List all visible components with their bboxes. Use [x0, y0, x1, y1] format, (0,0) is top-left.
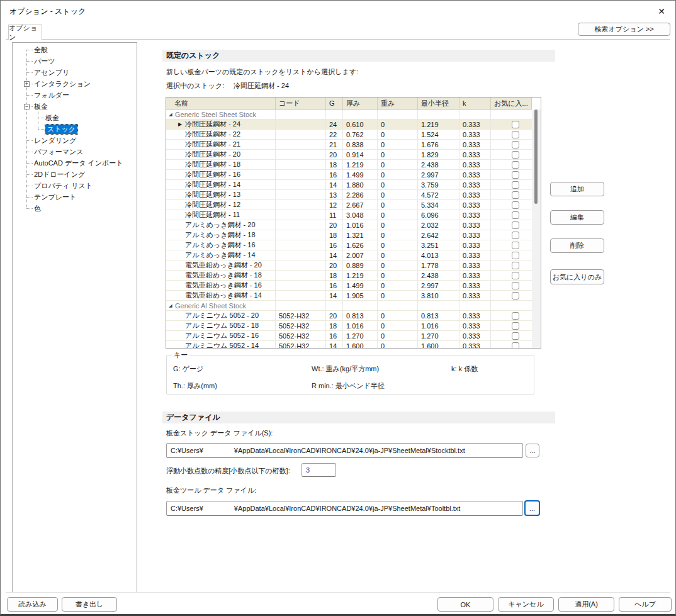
stock-table-row[interactable]: アルミニウム 5052 - 145052-H32141.60001.6000.3…	[166, 341, 532, 349]
sidebar-item-パフォーマンス[interactable]: パフォーマンス	[13, 146, 137, 157]
stock-table-row[interactable]: アルミニウム 5052 - 165052-H32161.27001.2700.3…	[166, 331, 532, 341]
favorites-only-button[interactable]: お気に入りのみ	[550, 269, 604, 284]
group-expanded-icon[interactable]: ◢	[166, 112, 175, 117]
delete-button[interactable]: 削除	[550, 238, 604, 253]
favorite-checkbox[interactable]	[512, 332, 519, 340]
stock-table-row[interactable]: 電気亜鉛めっき鋼材 - 18181.21902.4380.333	[166, 271, 532, 281]
stock-table-row[interactable]: アルミめっき鋼材 - 20201.01602.0320.333	[166, 220, 532, 230]
import-button[interactable]: 読み込み	[7, 597, 58, 612]
favorite-checkbox[interactable]	[512, 342, 519, 349]
favorite-checkbox[interactable]	[512, 292, 519, 300]
stock-table-row[interactable]: 冷間圧延鋼材 - 14141.88003.7590.333	[166, 180, 532, 190]
stock-favorite-cell	[491, 160, 532, 169]
column-header[interactable]: お気に入...	[491, 98, 532, 109]
sidebar-item-テンプレート[interactable]: テンプレート	[13, 191, 137, 203]
sidebar-item-色[interactable]: 色	[13, 203, 137, 214]
sidebar-item-板金[interactable]: 板金	[13, 112, 137, 123]
favorite-checkbox[interactable]	[512, 191, 519, 199]
stock-favorite-cell	[491, 140, 532, 149]
sidebar-item-ストック[interactable]: ストック	[13, 123, 137, 135]
stock-name: 電気亜鉛めっき鋼材 - 16	[185, 281, 262, 290]
favorite-checkbox[interactable]	[512, 252, 519, 259]
tab-options[interactable]: オプション	[8, 25, 42, 40]
sidebar-item-パーツ[interactable]: パーツ	[13, 55, 137, 67]
stock-table-row[interactable]: 冷間圧延鋼材 - 22220.76201.5240.333	[166, 130, 532, 140]
sidebar-item-2Dドローイング[interactable]: 2Dドローイング	[13, 169, 137, 180]
help-button[interactable]: ヘルプ	[619, 597, 672, 612]
favorite-checkbox[interactable]	[512, 181, 519, 189]
stock-table-row[interactable]: アルミニウム 5052 - 205052-H32200.81300.8130.3…	[166, 311, 532, 321]
stock-table-row[interactable]: 冷間圧延鋼材 - 20200.91401.8290.333	[166, 150, 532, 160]
favorite-checkbox[interactable]	[512, 272, 519, 279]
stock-th-cell: 2.286	[343, 190, 378, 199]
favorite-checkbox[interactable]	[512, 171, 519, 179]
favorite-checkbox[interactable]	[512, 312, 519, 320]
stock-group-row[interactable]: ◢Generic Steel Sheet Stock	[166, 109, 532, 120]
column-header[interactable]: 厚み	[343, 98, 378, 109]
sidebar-item-レンダリング[interactable]: レンダリング	[13, 135, 137, 146]
stock-table-row[interactable]: 電気亜鉛めっき鋼材 - 16161.49902.9970.333	[166, 281, 532, 291]
column-header[interactable]: G	[326, 98, 343, 109]
favorite-checkbox[interactable]	[512, 121, 519, 128]
stock-table-row[interactable]: アルミめっき鋼材 - 16161.62603.2510.333	[166, 240, 532, 250]
favorite-checkbox[interactable]	[512, 242, 519, 249]
group-expanded-icon[interactable]: ◢	[166, 303, 175, 308]
cancel-button[interactable]: キャンセル	[498, 597, 554, 612]
favorite-checkbox[interactable]	[512, 131, 519, 138]
precision-input[interactable]	[301, 463, 336, 477]
sidebar-item-フォルダー[interactable]: フォルダー	[13, 89, 137, 101]
stock-table-row[interactable]: 冷間圧延鋼材 - 18181.21902.4380.333	[166, 160, 532, 170]
favorite-checkbox[interactable]	[512, 151, 519, 159]
stock-table-row[interactable]: 電気亜鉛めっき鋼材 - 14141.90503.8100.333	[166, 291, 532, 301]
favorite-checkbox[interactable]	[512, 141, 519, 148]
sidebar-item-板金[interactable]: −板金	[13, 101, 137, 112]
browse-tool-file-button[interactable]: ...	[524, 500, 540, 516]
favorite-checkbox[interactable]	[512, 232, 519, 239]
search-options-button[interactable]: 検索オプション >>	[578, 23, 670, 36]
stock-table-row[interactable]: 冷間圧延鋼材 - 21210.83801.6760.333	[166, 140, 532, 150]
favorite-checkbox[interactable]	[512, 262, 519, 269]
stock-group-row[interactable]: ◢Generic Al Sheet Stock	[166, 301, 532, 311]
stock-favorite-cell	[491, 190, 532, 199]
favorite-checkbox[interactable]	[512, 322, 519, 330]
tool-file-input[interactable]	[166, 501, 523, 516]
stock-table-row[interactable]: 電気亜鉛めっき鋼材 - 20200.88901.7780.333	[166, 260, 532, 271]
apply-button[interactable]: 適用(A)	[558, 597, 614, 612]
stock-table-row[interactable]: アルミめっき鋼材 - 14142.00704.0130.333	[166, 250, 532, 260]
stock-table-row[interactable]: 冷間圧延鋼材 - 12122.66705.3340.333	[166, 200, 532, 210]
expand-icon[interactable]: +	[24, 81, 30, 87]
favorite-checkbox[interactable]	[512, 282, 519, 289]
column-header[interactable]: コード	[276, 98, 326, 109]
favorite-checkbox[interactable]	[512, 201, 519, 209]
stock-table-row[interactable]: アルミニウム 5052 - 185052-H32181.01601.0160.3…	[166, 321, 532, 331]
browse-stock-file-button[interactable]: ...	[526, 444, 539, 457]
add-button[interactable]: 追加	[550, 182, 604, 196]
scrollbar-thumb[interactable]	[534, 109, 538, 204]
favorite-checkbox[interactable]	[512, 161, 519, 169]
sidebar-item-アセンブリ[interactable]: アセンブリ	[13, 67, 137, 78]
edit-button[interactable]: 編集	[550, 210, 604, 225]
ok-button[interactable]: OK	[437, 597, 493, 612]
stock-table-row[interactable]: 冷間圧延鋼材 - 11113.04806.0960.333	[166, 210, 532, 220]
sidebar-item-インタラクション[interactable]: +インタラクション	[13, 78, 137, 89]
column-header[interactable]: 最小半径	[418, 98, 459, 109]
column-header[interactable]: k	[459, 98, 491, 109]
stock-table-row[interactable]: 冷間圧延鋼材 - 13132.28604.5720.333	[166, 190, 532, 200]
column-header[interactable]: 名前	[166, 98, 276, 109]
collapse-icon[interactable]: −	[24, 104, 30, 109]
export-button[interactable]: 書き出し	[62, 597, 117, 612]
key-gauge: G: ゲージ	[173, 364, 312, 374]
stock-file-input[interactable]	[166, 443, 523, 458]
close-icon[interactable]: ✕	[655, 5, 668, 18]
stock-table-row[interactable]: アルミめっき鋼材 - 18181.32102.6420.333	[166, 230, 532, 240]
favorite-checkbox[interactable]	[512, 221, 519, 229]
sidebar-item-AutoCAD データ インポート[interactable]: AutoCAD データ インポート	[13, 157, 137, 169]
stock-favorite-cell	[491, 321, 532, 330]
sidebar-item-プロパティ リスト[interactable]: プロパティ リスト	[13, 180, 137, 191]
vertical-scrollbar[interactable]	[532, 109, 541, 348]
sidebar-item-全般[interactable]: 全般	[13, 44, 137, 55]
column-header[interactable]: 重み	[378, 98, 418, 109]
stock-table-row[interactable]: 冷間圧延鋼材 - 16161.49902.9970.333	[166, 170, 532, 180]
stock-table-row[interactable]: ▶冷間圧延鋼材 - 24240.61001.2190.333	[166, 120, 532, 130]
favorite-checkbox[interactable]	[512, 211, 519, 219]
